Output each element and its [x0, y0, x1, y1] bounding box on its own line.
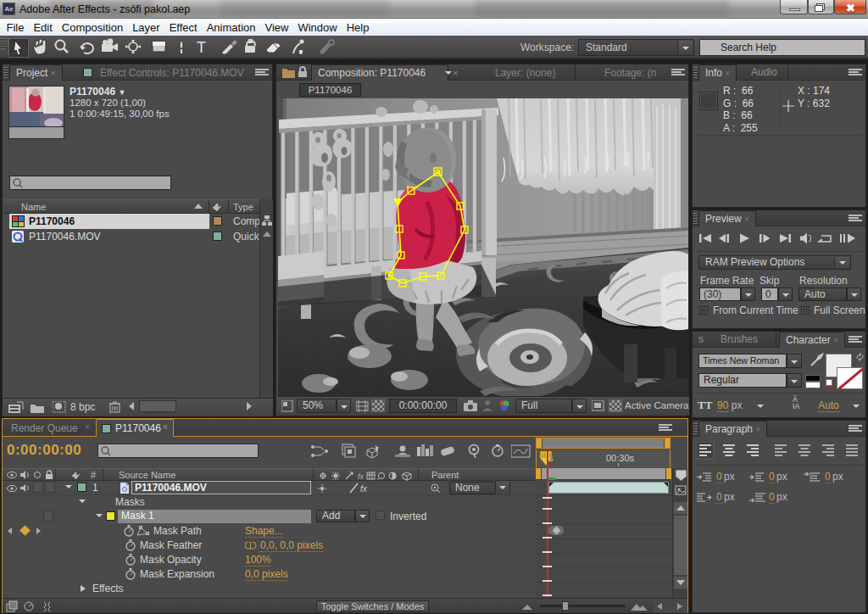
svg-text:T: T: [197, 39, 206, 56]
svg-text:fx: fx: [358, 472, 364, 481]
svg-text:fx: fx: [360, 484, 368, 494]
